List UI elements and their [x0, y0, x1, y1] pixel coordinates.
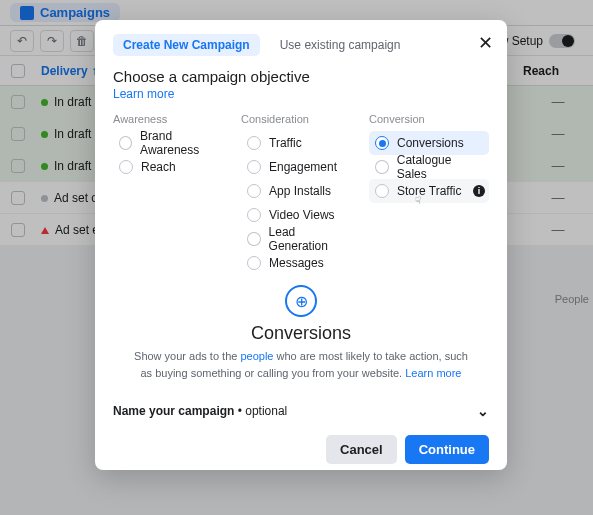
create-campaign-modal: Create New Campaign Use existing campaig…	[95, 20, 507, 470]
objective-engagement[interactable]: Engagement	[241, 155, 361, 179]
info-icon[interactable]: i	[473, 185, 485, 197]
radio-icon	[247, 136, 261, 150]
desc-learn-more-link[interactable]: Learn more	[405, 367, 461, 379]
cancel-button[interactable]: Cancel	[326, 435, 397, 464]
objective-icon-wrap: ⊕	[113, 285, 489, 317]
learn-more-link[interactable]: Learn more	[113, 87, 489, 101]
consideration-title: Consideration	[241, 113, 361, 125]
objective-store-traffic[interactable]: Store Traffic i ☟	[369, 179, 489, 203]
objective-reach[interactable]: Reach	[113, 155, 233, 179]
chevron-down-icon: ⌄	[477, 403, 489, 419]
modal-tabs: Create New Campaign Use existing campaig…	[113, 34, 489, 56]
objective-columns: Awareness Brand Awareness Reach Consider…	[113, 113, 489, 275]
objective-messages[interactable]: Messages	[241, 251, 361, 275]
selected-objective-description: Show your ads to the people who are most…	[113, 348, 489, 381]
objective-video-views[interactable]: Video Views	[241, 203, 361, 227]
tab-use-existing[interactable]: Use existing campaign	[270, 34, 411, 56]
conversion-title: Conversion	[369, 113, 489, 125]
radio-icon	[375, 160, 389, 174]
radio-icon	[247, 256, 261, 270]
globe-icon: ⊕	[285, 285, 317, 317]
radio-icon	[247, 232, 261, 246]
radio-icon	[247, 160, 261, 174]
modal-headline: Choose a campaign objective	[113, 68, 489, 85]
radio-icon	[247, 184, 261, 198]
radio-icon	[247, 208, 261, 222]
objective-app-installs[interactable]: App Installs	[241, 179, 361, 203]
awareness-section: Awareness Brand Awareness Reach	[113, 113, 233, 275]
consideration-section: Consideration Traffic Engagement App Ins…	[241, 113, 361, 275]
objective-conversions[interactable]: Conversions	[369, 131, 489, 155]
cursor-icon: ☟	[415, 195, 421, 206]
name-campaign-toggle[interactable]: Name your campaign • optional ⌄	[113, 397, 489, 425]
continue-button[interactable]: Continue	[405, 435, 489, 464]
tab-create-new[interactable]: Create New Campaign	[113, 34, 260, 56]
close-icon[interactable]: ✕	[478, 32, 493, 54]
objective-traffic[interactable]: Traffic	[241, 131, 361, 155]
radio-icon	[375, 136, 389, 150]
selected-objective-title: Conversions	[113, 323, 489, 344]
conversion-section: Conversion Conversions Catalogue Sales S…	[369, 113, 489, 275]
radio-icon	[375, 184, 389, 198]
objective-brand-awareness[interactable]: Brand Awareness	[113, 131, 233, 155]
objective-catalogue-sales[interactable]: Catalogue Sales	[369, 155, 489, 179]
people-link[interactable]: people	[240, 350, 273, 362]
awareness-title: Awareness	[113, 113, 233, 125]
radio-icon	[119, 136, 132, 150]
radio-icon	[119, 160, 133, 174]
modal-footer: Cancel Continue	[113, 425, 489, 464]
objective-lead-generation[interactable]: Lead Generation	[241, 227, 361, 251]
